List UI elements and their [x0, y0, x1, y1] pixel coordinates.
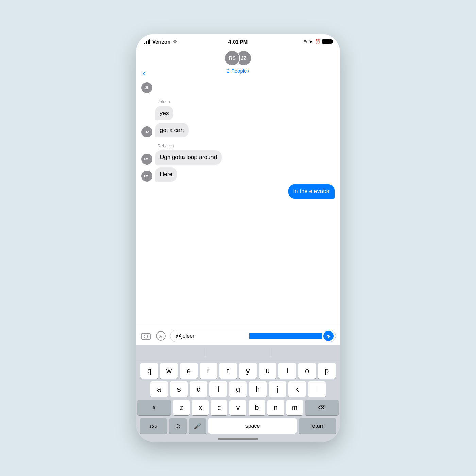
partial-avatar: JL: [141, 82, 152, 93]
key-l[interactable]: l: [308, 381, 326, 397]
bubble-cart: got a cart: [155, 123, 189, 137]
key-r[interactable]: r: [200, 363, 217, 379]
back-button[interactable]: ‹: [141, 67, 147, 80]
keyboard: q w e r t y u i o p a s d f g h j k: [136, 345, 340, 442]
partial-avatar-row: JL: [141, 82, 335, 93]
appstore-button[interactable]: A: [155, 330, 167, 342]
message-input-text[interactable]: @joleen: [176, 333, 249, 339]
key-b[interactable]: b: [249, 400, 265, 415]
message-row-yes: yes: [141, 106, 335, 120]
navigation-icon: ➤: [309, 39, 313, 44]
key-row-3: ⇧ z x c v b n m ⌫: [137, 400, 339, 415]
text-cursor: [249, 333, 322, 339]
bubble-loop: Ugh gotta loop around: [155, 150, 222, 165]
phone-frame: Verizon 4:01 PM ⊕ ➤ ⏰ ‹ RS JZ 2 People ›: [136, 34, 340, 442]
autocomplete-option-3[interactable]: [271, 352, 337, 354]
key-c[interactable]: c: [211, 400, 227, 415]
signal-bar-4: [149, 39, 150, 44]
key-t[interactable]: t: [219, 363, 237, 379]
numbers-key[interactable]: 123: [140, 418, 167, 434]
autocomplete-option-2[interactable]: [205, 352, 271, 354]
messages-area: JL Joleen yes JZ got a cart Rebecca RS U…: [136, 78, 340, 326]
key-k[interactable]: k: [288, 381, 306, 397]
key-y[interactable]: y: [239, 363, 257, 379]
camera-button[interactable]: [140, 330, 152, 342]
avatars-group: RS JZ: [224, 50, 252, 66]
key-m[interactable]: m: [286, 400, 303, 415]
signal-bars: [144, 39, 150, 44]
alarm-icon: ⏰: [315, 39, 320, 44]
key-o[interactable]: o: [298, 363, 316, 379]
key-row-1: q w e r t y u i o p: [137, 363, 339, 379]
bubble-elevator: In the elevator: [288, 184, 335, 199]
group-name-label: 2 People: [227, 68, 247, 74]
key-v[interactable]: v: [230, 400, 246, 415]
home-indicator: [218, 438, 258, 440]
nav-header: ‹ RS JZ 2 People ›: [136, 49, 340, 78]
sender-label-rebecca: Rebecca: [158, 143, 335, 148]
key-w[interactable]: w: [160, 363, 178, 379]
key-s[interactable]: s: [170, 381, 188, 397]
key-f[interactable]: f: [209, 381, 227, 397]
key-p[interactable]: p: [318, 363, 336, 379]
key-h[interactable]: h: [249, 381, 267, 397]
bottom-bar: [136, 435, 340, 442]
delete-key[interactable]: ⌫: [305, 400, 339, 415]
autocomplete-bar: [136, 345, 340, 360]
message-row-here: RS Here: [141, 167, 335, 182]
message-input-wrapper[interactable]: @joleen: [170, 330, 336, 342]
key-z[interactable]: z: [173, 400, 190, 415]
avatar-rs-loop: RS: [141, 154, 152, 165]
send-button[interactable]: [323, 331, 334, 341]
key-x[interactable]: x: [192, 400, 208, 415]
location-icon: ⊕: [303, 39, 307, 44]
status-right: ⊕ ➤ ⏰: [303, 39, 332, 44]
battery-indicator: [322, 39, 332, 44]
avatar-rs-here: RS: [141, 171, 152, 182]
group-name[interactable]: 2 People ›: [227, 68, 249, 74]
bubble-yes: yes: [155, 106, 173, 120]
key-d[interactable]: d: [190, 381, 207, 397]
bubble-here: Here: [155, 167, 177, 182]
sender-label-joleen: Joleen: [158, 99, 335, 104]
key-e[interactable]: e: [180, 363, 198, 379]
signal-bar-1: [144, 42, 145, 44]
key-row-4: 123 ☺ 🎤 space return: [137, 418, 339, 434]
keyboard-rows: q w e r t y u i o p a s d f g h j k: [136, 360, 340, 435]
space-key[interactable]: space: [208, 418, 297, 434]
message-row-loop: RS Ugh gotta loop around: [141, 150, 335, 165]
carrier-name: Verizon: [152, 39, 170, 45]
svg-point-1: [144, 335, 148, 338]
wifi-icon: [172, 39, 178, 45]
battery-fill: [323, 40, 331, 43]
key-row-2: a s d f g h j k l: [137, 381, 339, 397]
input-area: A @joleen: [136, 326, 340, 345]
svg-text:A: A: [159, 334, 162, 339]
key-a[interactable]: a: [150, 381, 168, 397]
shift-key[interactable]: ⇧: [137, 400, 171, 415]
svg-point-3: [149, 334, 149, 335]
avatar-rs: RS: [224, 50, 240, 66]
message-row-cart: JZ got a cart: [141, 123, 335, 137]
autocomplete-option-1[interactable]: [139, 352, 205, 354]
mic-key[interactable]: 🎤: [189, 418, 206, 434]
signal-bar-3: [148, 40, 149, 44]
status-time: 4:01 PM: [228, 39, 248, 45]
key-u[interactable]: u: [259, 363, 276, 379]
key-i[interactable]: i: [278, 363, 296, 379]
key-j[interactable]: j: [269, 381, 286, 397]
emoji-key[interactable]: ☺: [169, 418, 187, 434]
chevron-right-icon: ›: [248, 68, 249, 73]
avatar-jz-msg: JZ: [141, 126, 152, 137]
key-n[interactable]: n: [267, 400, 284, 415]
key-q[interactable]: q: [140, 363, 158, 379]
key-g[interactable]: g: [229, 381, 247, 397]
return-key[interactable]: return: [299, 418, 336, 434]
message-row-elevator: In the elevator: [141, 184, 335, 199]
svg-rect-2: [144, 333, 146, 334]
status-left: Verizon: [144, 39, 178, 45]
signal-bar-2: [146, 41, 147, 44]
status-bar: Verizon 4:01 PM ⊕ ➤ ⏰: [136, 34, 340, 49]
